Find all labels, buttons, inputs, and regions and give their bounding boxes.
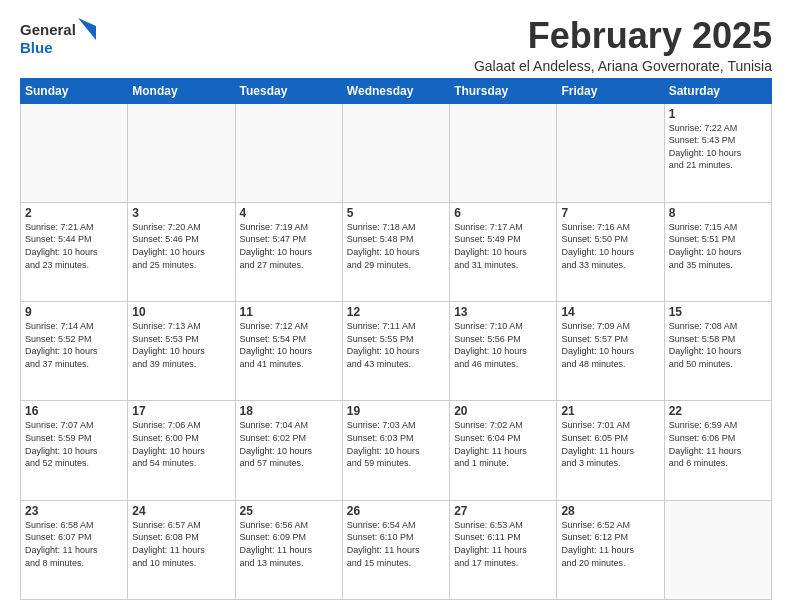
day-info: Sunrise: 7:08 AM Sunset: 5:58 PM Dayligh… xyxy=(669,320,767,370)
day-number: 26 xyxy=(347,504,445,518)
day-info: Sunrise: 7:16 AM Sunset: 5:50 PM Dayligh… xyxy=(561,221,659,271)
table-row: 16Sunrise: 7:07 AM Sunset: 5:59 PM Dayli… xyxy=(21,401,128,500)
table-row: 28Sunrise: 6:52 AM Sunset: 6:12 PM Dayli… xyxy=(557,500,664,599)
table-row xyxy=(235,103,342,202)
day-number: 2 xyxy=(25,206,123,220)
day-number: 21 xyxy=(561,404,659,418)
day-info: Sunrise: 7:19 AM Sunset: 5:47 PM Dayligh… xyxy=(240,221,338,271)
day-number: 8 xyxy=(669,206,767,220)
table-row: 13Sunrise: 7:10 AM Sunset: 5:56 PM Dayli… xyxy=(450,302,557,401)
table-row: 2Sunrise: 7:21 AM Sunset: 5:44 PM Daylig… xyxy=(21,202,128,301)
col-tuesday: Tuesday xyxy=(235,78,342,103)
table-row: 9Sunrise: 7:14 AM Sunset: 5:52 PM Daylig… xyxy=(21,302,128,401)
day-number: 24 xyxy=(132,504,230,518)
day-number: 27 xyxy=(454,504,552,518)
col-sunday: Sunday xyxy=(21,78,128,103)
table-row: 15Sunrise: 7:08 AM Sunset: 5:58 PM Dayli… xyxy=(664,302,771,401)
table-row: 23Sunrise: 6:58 AM Sunset: 6:07 PM Dayli… xyxy=(21,500,128,599)
day-number: 17 xyxy=(132,404,230,418)
header: General Blue February 2025 Galaat el And… xyxy=(20,16,772,74)
day-number: 18 xyxy=(240,404,338,418)
day-info: Sunrise: 7:18 AM Sunset: 5:48 PM Dayligh… xyxy=(347,221,445,271)
day-number: 6 xyxy=(454,206,552,220)
day-info: Sunrise: 6:52 AM Sunset: 6:12 PM Dayligh… xyxy=(561,519,659,569)
day-info: Sunrise: 7:04 AM Sunset: 6:02 PM Dayligh… xyxy=(240,419,338,469)
day-number: 7 xyxy=(561,206,659,220)
day-number: 4 xyxy=(240,206,338,220)
day-info: Sunrise: 7:17 AM Sunset: 5:49 PM Dayligh… xyxy=(454,221,552,271)
table-row: 18Sunrise: 7:04 AM Sunset: 6:02 PM Dayli… xyxy=(235,401,342,500)
col-friday: Friday xyxy=(557,78,664,103)
day-number: 25 xyxy=(240,504,338,518)
day-info: Sunrise: 7:09 AM Sunset: 5:57 PM Dayligh… xyxy=(561,320,659,370)
day-number: 20 xyxy=(454,404,552,418)
table-row: 14Sunrise: 7:09 AM Sunset: 5:57 PM Dayli… xyxy=(557,302,664,401)
table-row: 17Sunrise: 7:06 AM Sunset: 6:00 PM Dayli… xyxy=(128,401,235,500)
calendar-week-row: 1Sunrise: 7:22 AM Sunset: 5:43 PM Daylig… xyxy=(21,103,772,202)
calendar-week-row: 23Sunrise: 6:58 AM Sunset: 6:07 PM Dayli… xyxy=(21,500,772,599)
day-number: 22 xyxy=(669,404,767,418)
location-subtitle: Galaat el Andeless, Ariana Governorate, … xyxy=(474,58,772,74)
table-row: 4Sunrise: 7:19 AM Sunset: 5:47 PM Daylig… xyxy=(235,202,342,301)
table-row: 12Sunrise: 7:11 AM Sunset: 5:55 PM Dayli… xyxy=(342,302,449,401)
calendar-header-row: Sunday Monday Tuesday Wednesday Thursday… xyxy=(21,78,772,103)
day-info: Sunrise: 6:59 AM Sunset: 6:06 PM Dayligh… xyxy=(669,419,767,469)
day-number: 16 xyxy=(25,404,123,418)
logo-blue-text: Blue xyxy=(20,40,96,57)
col-saturday: Saturday xyxy=(664,78,771,103)
table-row: 5Sunrise: 7:18 AM Sunset: 5:48 PM Daylig… xyxy=(342,202,449,301)
calendar-table: Sunday Monday Tuesday Wednesday Thursday… xyxy=(20,78,772,600)
month-title: February 2025 xyxy=(474,16,772,56)
svg-marker-0 xyxy=(78,18,96,40)
day-number: 28 xyxy=(561,504,659,518)
day-info: Sunrise: 6:57 AM Sunset: 6:08 PM Dayligh… xyxy=(132,519,230,569)
table-row: 6Sunrise: 7:17 AM Sunset: 5:49 PM Daylig… xyxy=(450,202,557,301)
day-info: Sunrise: 7:03 AM Sunset: 6:03 PM Dayligh… xyxy=(347,419,445,469)
table-row: 26Sunrise: 6:54 AM Sunset: 6:10 PM Dayli… xyxy=(342,500,449,599)
table-row xyxy=(128,103,235,202)
day-number: 23 xyxy=(25,504,123,518)
col-wednesday: Wednesday xyxy=(342,78,449,103)
calendar-week-row: 9Sunrise: 7:14 AM Sunset: 5:52 PM Daylig… xyxy=(21,302,772,401)
day-info: Sunrise: 7:13 AM Sunset: 5:53 PM Dayligh… xyxy=(132,320,230,370)
day-info: Sunrise: 7:10 AM Sunset: 5:56 PM Dayligh… xyxy=(454,320,552,370)
table-row: 7Sunrise: 7:16 AM Sunset: 5:50 PM Daylig… xyxy=(557,202,664,301)
calendar-week-row: 2Sunrise: 7:21 AM Sunset: 5:44 PM Daylig… xyxy=(21,202,772,301)
day-number: 1 xyxy=(669,107,767,121)
table-row: 10Sunrise: 7:13 AM Sunset: 5:53 PM Dayli… xyxy=(128,302,235,401)
day-number: 13 xyxy=(454,305,552,319)
logo-icon xyxy=(78,18,96,40)
table-row: 20Sunrise: 7:02 AM Sunset: 6:04 PM Dayli… xyxy=(450,401,557,500)
day-number: 14 xyxy=(561,305,659,319)
day-number: 3 xyxy=(132,206,230,220)
day-info: Sunrise: 7:14 AM Sunset: 5:52 PM Dayligh… xyxy=(25,320,123,370)
day-info: Sunrise: 7:12 AM Sunset: 5:54 PM Dayligh… xyxy=(240,320,338,370)
table-row: 21Sunrise: 7:01 AM Sunset: 6:05 PM Dayli… xyxy=(557,401,664,500)
calendar-week-row: 16Sunrise: 7:07 AM Sunset: 5:59 PM Dayli… xyxy=(21,401,772,500)
table-row xyxy=(450,103,557,202)
day-number: 10 xyxy=(132,305,230,319)
day-number: 19 xyxy=(347,404,445,418)
table-row: 11Sunrise: 7:12 AM Sunset: 5:54 PM Dayli… xyxy=(235,302,342,401)
day-number: 12 xyxy=(347,305,445,319)
day-info: Sunrise: 6:53 AM Sunset: 6:11 PM Dayligh… xyxy=(454,519,552,569)
table-row: 27Sunrise: 6:53 AM Sunset: 6:11 PM Dayli… xyxy=(450,500,557,599)
day-info: Sunrise: 7:20 AM Sunset: 5:46 PM Dayligh… xyxy=(132,221,230,271)
table-row: 3Sunrise: 7:20 AM Sunset: 5:46 PM Daylig… xyxy=(128,202,235,301)
table-row: 24Sunrise: 6:57 AM Sunset: 6:08 PM Dayli… xyxy=(128,500,235,599)
day-info: Sunrise: 7:15 AM Sunset: 5:51 PM Dayligh… xyxy=(669,221,767,271)
day-info: Sunrise: 7:01 AM Sunset: 6:05 PM Dayligh… xyxy=(561,419,659,469)
day-info: Sunrise: 7:21 AM Sunset: 5:44 PM Dayligh… xyxy=(25,221,123,271)
day-number: 15 xyxy=(669,305,767,319)
day-info: Sunrise: 6:58 AM Sunset: 6:07 PM Dayligh… xyxy=(25,519,123,569)
table-row: 1Sunrise: 7:22 AM Sunset: 5:43 PM Daylig… xyxy=(664,103,771,202)
day-info: Sunrise: 6:54 AM Sunset: 6:10 PM Dayligh… xyxy=(347,519,445,569)
logo: General Blue xyxy=(20,20,96,57)
day-info: Sunrise: 6:56 AM Sunset: 6:09 PM Dayligh… xyxy=(240,519,338,569)
table-row: 22Sunrise: 6:59 AM Sunset: 6:06 PM Dayli… xyxy=(664,401,771,500)
table-row xyxy=(342,103,449,202)
day-info: Sunrise: 7:22 AM Sunset: 5:43 PM Dayligh… xyxy=(669,122,767,172)
table-row xyxy=(21,103,128,202)
table-row: 25Sunrise: 6:56 AM Sunset: 6:09 PM Dayli… xyxy=(235,500,342,599)
table-row: 8Sunrise: 7:15 AM Sunset: 5:51 PM Daylig… xyxy=(664,202,771,301)
